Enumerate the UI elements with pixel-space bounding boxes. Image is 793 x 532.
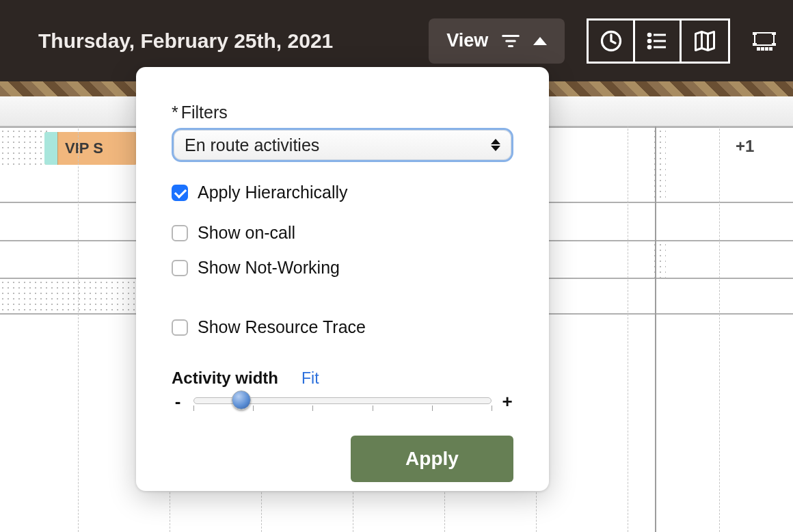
apply-button[interactable]: Apply: [351, 436, 513, 482]
filters-select[interactable]: En route activities: [172, 128, 513, 162]
show-not-working-label: Show Not-Working: [198, 258, 340, 278]
view-menu-label: View: [446, 30, 488, 51]
activity-width-slider[interactable]: [193, 390, 492, 412]
svg-rect-24: [770, 48, 772, 50]
activity-width-slider-row: - +: [172, 390, 513, 412]
timeline-view-button[interactable]: [589, 21, 635, 62]
activity-width-label: Activity width: [172, 369, 278, 388]
svg-rect-20: [772, 44, 775, 45]
svg-rect-17: [753, 33, 756, 34]
unavailable-slot: [652, 129, 666, 202]
slider-plus-label: +: [501, 391, 513, 412]
apply-hierarchically-label: Apply Hierarchically: [198, 183, 348, 202]
view-mode-group: [587, 18, 730, 64]
select-stepper-icon: [489, 130, 502, 160]
svg-point-10: [648, 34, 651, 36]
svg-marker-13: [696, 31, 714, 50]
map-view-button[interactable]: [682, 21, 728, 62]
filter-icon: [500, 31, 521, 51]
date-title[interactable]: Thursday, February 25th, 2021: [38, 29, 333, 53]
apply-hierarchically-checkbox[interactable]: [172, 185, 188, 201]
svg-rect-16: [755, 33, 774, 45]
svg-rect-19: [753, 44, 756, 45]
svg-rect-23: [766, 48, 768, 50]
more-options-button[interactable]: [751, 26, 778, 56]
filters-heading-text: Filters: [181, 103, 228, 122]
view-filters-popover: *Filters En route activities Apply Hiera…: [136, 67, 549, 491]
unavailable-slot: [0, 280, 137, 312]
activity-resize-handle[interactable]: [44, 132, 58, 165]
slider-thumb[interactable]: [232, 390, 251, 410]
activity-label: VIP S: [65, 139, 103, 157]
fit-link[interactable]: Fit: [301, 369, 319, 388]
filters-heading: *Filters: [172, 103, 513, 122]
svg-point-11: [648, 40, 651, 42]
filters-select-value: En route activities: [185, 135, 319, 155]
hour-gridline: [628, 94, 628, 532]
show-on-call-checkbox[interactable]: [172, 225, 188, 241]
overflow-count[interactable]: +1: [736, 137, 754, 156]
list-view-button[interactable]: [635, 21, 682, 62]
slider-minus-label: -: [172, 391, 184, 412]
required-marker: *: [172, 103, 178, 122]
hour-gridline: [78, 94, 79, 532]
svg-rect-18: [772, 33, 775, 34]
hour-gridline: [719, 94, 720, 532]
show-resource-trace-checkbox[interactable]: [172, 319, 188, 336]
svg-rect-22: [762, 48, 764, 50]
unavailable-slot: [652, 242, 666, 278]
show-resource-trace-label: Show Resource Trace: [198, 317, 366, 337]
day-boundary: [655, 94, 656, 532]
show-on-call-label: Show on-call: [198, 223, 295, 243]
unavailable-slot: [0, 129, 48, 165]
svg-rect-21: [757, 48, 760, 50]
activity-block[interactable]: VIP S: [44, 132, 137, 165]
view-menu-button[interactable]: View: [429, 18, 565, 64]
show-not-working-checkbox[interactable]: [172, 260, 188, 276]
svg-point-12: [648, 46, 651, 49]
caret-up-icon: [533, 37, 547, 45]
